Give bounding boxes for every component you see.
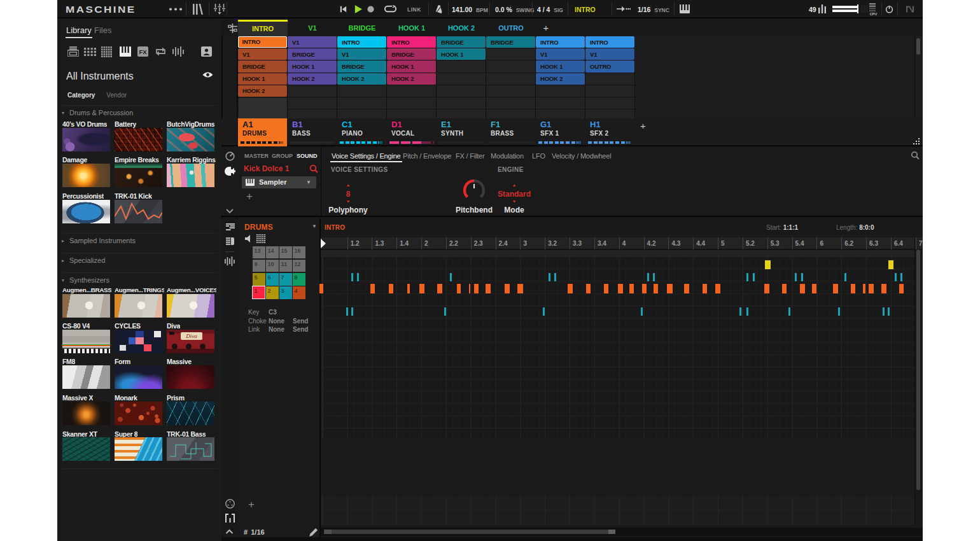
svg-text:FX: FX [139,48,147,55]
